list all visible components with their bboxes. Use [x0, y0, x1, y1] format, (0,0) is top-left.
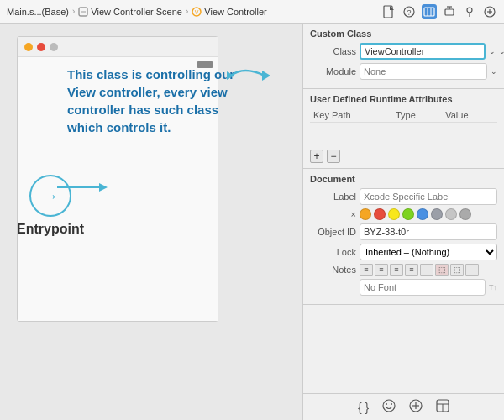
swatch-gray3[interactable] — [459, 208, 471, 220]
vc-title-bar — [18, 37, 218, 57]
inspector-icon[interactable] — [422, 4, 437, 19]
traffic-light-gray — [50, 43, 58, 51]
svg-point-24 — [386, 403, 387, 405]
plus-circle-icon[interactable] — [409, 399, 423, 415]
objectid-label: Object ID — [310, 227, 356, 237]
color-swatches-row: × — [310, 208, 497, 220]
color-swatches-spacer: × — [310, 209, 356, 219]
notes-align-justify[interactable]: ≡ — [405, 264, 418, 276]
col-keypath: Key Path — [310, 108, 392, 123]
notes-label: Notes — [310, 265, 356, 275]
remove-attr-button[interactable]: − — [327, 150, 340, 163]
breadcrumb-sep-1: › — [72, 7, 75, 16]
notes-box1[interactable]: ⬚ — [435, 264, 449, 276]
breadcrumb-item-1[interactable]: Main.s...(Base) — [7, 7, 69, 17]
svg-marker-22 — [227, 71, 234, 80]
swatch-green[interactable] — [402, 208, 414, 220]
label-field-row: Label — [310, 188, 497, 205]
table-row-empty — [310, 123, 497, 146]
code-icon[interactable]: { } — [358, 401, 369, 414]
runtime-attrs-title: User Defined Runtime Attributes — [310, 94, 497, 104]
label-input[interactable] — [360, 188, 497, 205]
objectid-field-row: Object ID — [310, 223, 497, 240]
label-field-label: Label — [310, 192, 356, 202]
breadcrumb-sep-2: › — [186, 7, 188, 16]
module-input[interactable] — [360, 63, 487, 80]
swatch-orange[interactable] — [360, 208, 371, 220]
breadcrumb-label-1: Main.s...(Base) — [7, 7, 69, 17]
blue-annotation-arrow — [227, 64, 273, 92]
annotation-text: This class is controlling our View contr… — [67, 66, 235, 136]
class-input[interactable] — [360, 43, 486, 60]
no-font-input[interactable] — [360, 279, 486, 296]
circle-icon[interactable] — [482, 4, 497, 19]
lock-label: Lock — [310, 247, 356, 257]
canvas-area[interactable]: → Entrypoint This class is controlling o… — [0, 24, 302, 420]
notes-icons: ≡ ≡ ≡ ≡ — ⬚ ⬚ ··· — [360, 264, 497, 276]
pin-icon[interactable] — [462, 4, 477, 19]
runtime-attrs-section: User Defined Runtime Attributes Key Path… — [303, 89, 504, 169]
color-swatches — [360, 208, 497, 220]
swatch-red[interactable] — [374, 208, 386, 220]
swatch-gray2[interactable] — [445, 208, 457, 220]
entrypoint-circle: → — [29, 175, 71, 217]
help-icon[interactable]: ? — [402, 4, 417, 19]
svg-text:V: V — [195, 9, 199, 15]
swatch-blue[interactable] — [417, 208, 428, 220]
swatch-gray1[interactable] — [431, 208, 443, 220]
file-icon[interactable] — [381, 4, 396, 19]
scene-icon — [78, 7, 88, 17]
notes-align-center[interactable]: ≡ — [375, 264, 388, 276]
bottom-toolbar: { } — [303, 393, 504, 420]
breadcrumb-item-3[interactable]: V View Controller — [192, 7, 266, 17]
class-dropdown-arrow[interactable]: ⌄ — [489, 47, 496, 55]
plus-minus-row: + − — [310, 150, 497, 163]
notes-align-right[interactable]: ≡ — [390, 264, 403, 276]
custom-class-title: Custom Class — [310, 29, 497, 39]
notes-dash[interactable]: — — [420, 264, 433, 276]
module-field-row: Module ⌄ — [310, 63, 497, 80]
add-attr-button[interactable]: + — [310, 150, 323, 163]
breadcrumb-item-2[interactable]: View Controller Scene — [78, 7, 182, 17]
traffic-light-red — [37, 43, 45, 51]
document-title: Document — [310, 174, 497, 184]
lock-select-wrapper: Inherited – (Nothing) — [360, 244, 497, 260]
custom-class-section: Custom Class Class ⌄ ⌄ Module ⌄ — [303, 24, 504, 89]
lock-field-row: Lock Inherited – (Nothing) — [310, 244, 497, 260]
notes-box2[interactable]: ⬚ — [450, 264, 464, 276]
module-dropdown-arrow[interactable]: ⌄ — [491, 67, 497, 76]
svg-marker-20 — [262, 71, 270, 81]
notes-align-left[interactable]: ≡ — [360, 264, 373, 276]
breadcrumb-label-2: View Controller Scene — [91, 7, 182, 17]
objectid-input[interactable] — [360, 223, 497, 240]
entrypoint-label: Entrypoint — [17, 222, 84, 237]
top-bar: Main.s...(Base) › View Controller Scene … — [0, 0, 504, 24]
svg-point-13 — [467, 8, 472, 13]
layout-icon[interactable] — [436, 399, 449, 415]
svg-point-23 — [383, 400, 395, 412]
lock-select[interactable]: Inherited – (Nothing) — [360, 244, 497, 260]
top-bar-icons: ? — [381, 4, 497, 19]
smiley-icon[interactable] — [382, 399, 396, 415]
class-field-row: Class ⌄ ⌄ — [310, 43, 497, 60]
no-font-icon: T↑ — [489, 283, 497, 291]
notes-field-row: Notes ≡ ≡ ≡ ≡ — ⬚ ⬚ ··· — [310, 264, 497, 276]
svg-rect-7 — [424, 8, 434, 16]
svg-rect-10 — [445, 9, 454, 15]
module-label: Module — [310, 66, 356, 76]
entry-arrow-icon: → — [42, 186, 59, 206]
swatch-yellow[interactable] — [388, 208, 400, 220]
right-panel: Custom Class Class ⌄ ⌄ Module ⌄ User Def… — [302, 24, 504, 420]
traffic-light-yellow — [24, 43, 33, 51]
smiley-svg — [382, 399, 396, 412]
notes-more[interactable]: ··· — [465, 264, 479, 276]
class-label: Class — [310, 46, 356, 56]
col-type: Type — [392, 108, 442, 123]
col-value: Value — [442, 108, 497, 123]
class-dropdown-arrow2[interactable]: ⌄ — [499, 47, 504, 55]
svg-text:?: ? — [407, 8, 411, 17]
plus-circle-svg — [409, 399, 423, 412]
embed-icon[interactable] — [442, 4, 457, 19]
entrypoint-container: → Entrypoint — [17, 175, 84, 237]
main-layout: → Entrypoint This class is controlling o… — [0, 24, 504, 420]
